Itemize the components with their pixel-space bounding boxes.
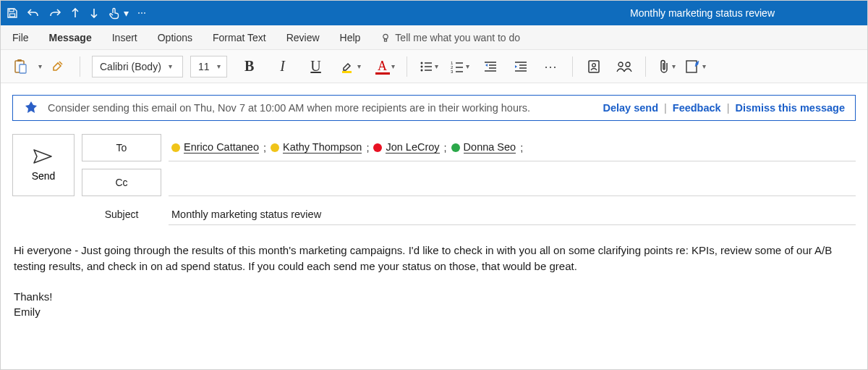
- signature-button[interactable]: ▾: [685, 57, 706, 76]
- cc-field[interactable]: [169, 169, 856, 196]
- italic-button[interactable]: I: [273, 57, 292, 76]
- delay-send-link[interactable]: Delay send: [603, 102, 658, 114]
- recipient-chip[interactable]: Enrico Cattaneo: [171, 141, 259, 154]
- tab-insert[interactable]: Insert: [112, 32, 137, 43]
- paste-menu-chevron[interactable]: ▾: [38, 62, 42, 70]
- touch-mode-icon[interactable]: ▾: [108, 7, 129, 20]
- separator: ;: [444, 142, 447, 154]
- font-name-value: Calibri (Body): [100, 61, 161, 72]
- arrow-down-icon[interactable]: [89, 7, 99, 19]
- recipient-chip[interactable]: Jon LeCroy: [373, 141, 439, 154]
- tab-message[interactable]: Message: [49, 32, 92, 43]
- infobar-message: Consider sending this email on Thu, Nov …: [48, 102, 594, 114]
- font-color-button[interactable]: A ▾: [375, 57, 395, 76]
- increase-indent-button[interactable]: [511, 57, 530, 76]
- numbering-button[interactable]: 123 ▾: [450, 57, 469, 76]
- svg-rect-6: [20, 64, 26, 73]
- tab-review[interactable]: Review: [286, 32, 320, 43]
- ribbon-overflow-button[interactable]: ⋯: [542, 57, 561, 76]
- arrow-up-icon[interactable]: [70, 7, 80, 19]
- highlight-button[interactable]: ▾: [340, 57, 361, 76]
- recipient-name: Donna Seo: [464, 141, 516, 154]
- recipient-name: Jon LeCroy: [386, 141, 439, 154]
- recipient-chip[interactable]: Kathy Thompson: [271, 141, 362, 154]
- save-icon[interactable]: [7, 7, 18, 19]
- undo-icon[interactable]: [27, 7, 40, 19]
- cc-button[interactable]: Cc: [82, 169, 161, 196]
- check-names-button[interactable]: [615, 57, 634, 76]
- font-name-select[interactable]: Calibri (Body) ▾: [92, 56, 183, 77]
- recipient-name: Kathy Thompson: [283, 141, 362, 154]
- format-painter-button[interactable]: [49, 57, 68, 76]
- recipient-chip[interactable]: Donna Seo: [451, 141, 516, 154]
- feedback-link[interactable]: Feedback: [673, 102, 721, 114]
- send-button[interactable]: Send: [12, 134, 75, 196]
- attach-file-button[interactable]: ▾: [658, 57, 676, 76]
- insights-icon: [23, 100, 39, 116]
- paste-button[interactable]: [11, 57, 30, 76]
- svg-point-10: [420, 69, 422, 71]
- svg-point-30: [618, 62, 623, 67]
- chevron-down-icon: ▾: [217, 62, 221, 70]
- svg-point-8: [420, 62, 422, 64]
- presence-icon: [451, 143, 460, 152]
- redo-icon[interactable]: [48, 7, 61, 19]
- to-field[interactable]: Enrico Cattaneo; Kathy Thompson; Jon LeC…: [169, 134, 856, 161]
- chevron-down-icon: ▾: [169, 62, 172, 70]
- bullets-button[interactable]: ▾: [419, 57, 438, 76]
- body-paragraph: Hi everyone - Just going through the res…: [14, 243, 856, 274]
- svg-rect-3: [385, 39, 387, 41]
- subject-field[interactable]: Monthly marketing status review: [169, 203, 856, 225]
- svg-rect-7: [342, 71, 352, 73]
- presence-icon: [373, 143, 382, 152]
- body-signature: Emily: [14, 304, 856, 320]
- body-paragraph: Thanks!: [14, 289, 856, 305]
- bold-button[interactable]: B: [240, 57, 259, 76]
- separator: ;: [263, 142, 266, 154]
- to-button[interactable]: To: [82, 134, 161, 161]
- separator: ;: [520, 142, 523, 154]
- font-size-select[interactable]: 11 ▾: [190, 56, 227, 77]
- recipient-name: Enrico Cattaneo: [184, 141, 259, 154]
- insights-infobar: Consider sending this email on Thu, Nov …: [12, 95, 856, 121]
- tab-format-text[interactable]: Format Text: [213, 32, 266, 43]
- subject-label: Subject: [82, 203, 161, 225]
- tab-options[interactable]: Options: [158, 32, 192, 43]
- svg-rect-0: [9, 9, 14, 12]
- underline-button[interactable]: U: [307, 57, 326, 76]
- window-title: Monthly marketing status review: [630, 7, 775, 19]
- separator: ;: [366, 142, 369, 154]
- tab-help[interactable]: Help: [340, 32, 361, 43]
- svg-point-31: [626, 62, 630, 67]
- presence-icon: [171, 143, 180, 152]
- tell-me-label: Tell me what you want to do: [395, 32, 520, 43]
- svg-point-9: [420, 65, 422, 67]
- svg-point-2: [383, 34, 388, 38]
- font-size-value: 11: [198, 61, 210, 72]
- send-label: Send: [32, 170, 56, 182]
- address-book-button[interactable]: [584, 57, 603, 76]
- separator: |: [664, 102, 667, 114]
- svg-rect-5: [17, 59, 22, 62]
- presence-icon: [271, 143, 279, 152]
- svg-text:3: 3: [451, 70, 454, 74]
- tell-me-search[interactable]: Tell me what you want to do: [380, 32, 520, 43]
- svg-point-29: [592, 63, 595, 67]
- svg-rect-1: [10, 14, 15, 17]
- tab-file[interactable]: File: [12, 32, 29, 43]
- qat-overflow-icon[interactable]: ⋯: [137, 8, 147, 18]
- dismiss-link[interactable]: Dismiss this message: [735, 102, 845, 114]
- decrease-indent-button[interactable]: [481, 57, 500, 76]
- separator: |: [727, 102, 730, 114]
- message-body[interactable]: Hi everyone - Just going through the res…: [1, 225, 867, 333]
